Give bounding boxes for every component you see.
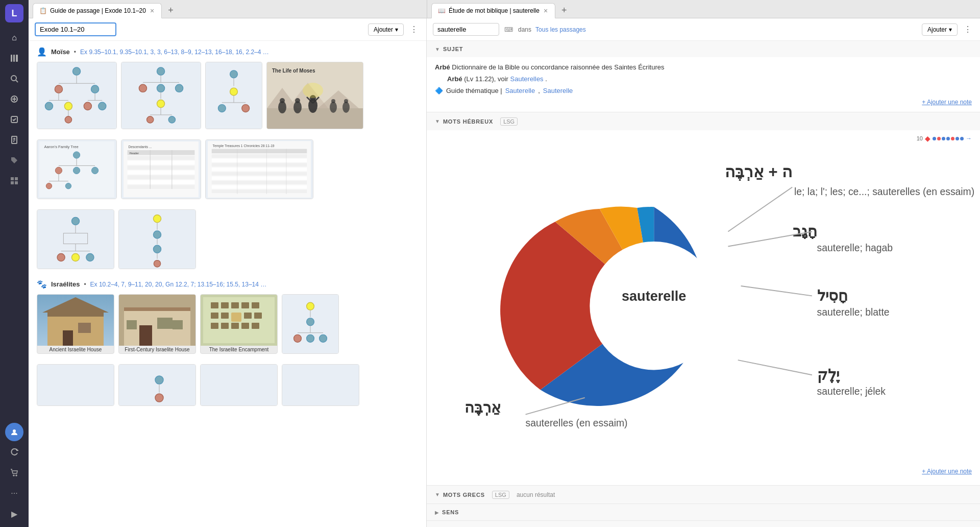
svg-text:חָסִיל: חָסִיל <box>817 288 848 304</box>
list-item[interactable]: Aaron's Family Tree <box>37 139 117 199</box>
logo-letter: L <box>12 8 17 19</box>
sujet-body: Arbé Dictionnaire de la Bible ou concord… <box>427 57 980 112</box>
list-item[interactable]: Ancient Israelite House <box>37 294 114 354</box>
sidebar-item-tag[interactable] <box>5 151 23 170</box>
section-moise: 👤 Moïse • Ex 9.35–10.1, 9.35–10.1, 3, 3,… <box>37 47 418 57</box>
word-search-input[interactable] <box>433 23 499 36</box>
hebreux-body: 10 ◆ → <box>427 130 980 485</box>
sidebar-item-grid[interactable] <box>5 172 23 190</box>
sidebar-item-add[interactable] <box>5 90 23 108</box>
passage-link[interactable]: Tous les passages <box>535 26 586 33</box>
list-item[interactable] <box>121 62 201 129</box>
more-options-left[interactable]: ⋮ <box>408 22 420 36</box>
svg-point-35 <box>84 102 91 110</box>
svg-line-194 <box>728 187 792 231</box>
hebreux-title: MOTS HÉBREUX <box>443 118 493 125</box>
list-item[interactable] <box>282 364 359 406</box>
svg-point-78 <box>303 83 323 98</box>
sidebar-item-sync[interactable] <box>5 443 23 462</box>
moise-image-grid-2: Aaron's Family Tree <box>37 139 418 199</box>
svg-point-18 <box>13 475 14 476</box>
svg-rect-109 <box>212 163 307 166</box>
extra-img-2 <box>119 365 195 405</box>
list-item[interactable]: Descendants ... Header <box>121 139 201 199</box>
svg-point-174 <box>320 334 327 342</box>
sidebar-item-document[interactable] <box>5 131 23 149</box>
family-tree-1 <box>37 62 116 129</box>
svg-text:sauterelle; blatte: sauterelle; blatte <box>817 306 890 318</box>
svg-rect-111 <box>212 172 307 176</box>
tab-word-close[interactable]: × <box>543 7 549 15</box>
sidebar-item-more[interactable]: ··· <box>5 484 23 502</box>
svg-rect-115 <box>212 189 307 193</box>
list-item[interactable] <box>37 62 117 129</box>
passage-search-input[interactable] <box>35 22 116 36</box>
extra-img-3 <box>201 365 277 405</box>
tab-guide-close[interactable]: × <box>149 7 155 15</box>
israelite-tree <box>282 295 338 353</box>
svg-rect-138 <box>47 313 104 317</box>
ajouter-button-left[interactable]: Ajouter ▾ <box>368 23 404 36</box>
add-note-hebreux[interactable]: + Ajouter une note <box>427 468 980 475</box>
section-expressions: ▶ EXPRESSIONS <box>427 521 980 527</box>
left-toolbar: Ajouter ▾ ⋮ <box>29 18 426 41</box>
list-item[interactable] <box>118 209 196 269</box>
sauterelles-link[interactable]: Sauterelles <box>510 75 544 83</box>
svg-point-173 <box>307 334 314 342</box>
list-item[interactable] <box>118 364 196 406</box>
moise-title: Moïse <box>51 48 70 56</box>
more-options-right[interactable]: ⋮ <box>962 22 974 36</box>
svg-point-59 <box>242 105 250 112</box>
section-sens-header[interactable]: ▶ SENS <box>427 504 980 520</box>
svg-point-47 <box>157 100 164 108</box>
sidebar-item-user[interactable] <box>5 423 23 441</box>
temple-treasures: Temple Treasures 1 Chronicles 28:11-19 <box>206 140 313 199</box>
svg-point-45 <box>175 84 183 92</box>
guide-entry: 🔷 Guide thématique | Sauterelle , Sauter… <box>435 87 972 94</box>
sidebar-item-search[interactable] <box>5 69 23 88</box>
svg-text:sauterelle; hagab: sauterelle; hagab <box>817 242 893 253</box>
tab-guide-passage[interactable]: 📋 Guide de passage | Exode 10.1–20 × <box>33 3 162 18</box>
left-scroll-area[interactable]: 👤 Moïse • Ex 9.35–10.1, 9.35–10.1, 3, 3,… <box>29 41 426 527</box>
tab-word-study[interactable]: 📖 Étude de mot biblique | sauterelle × <box>431 3 555 18</box>
right-scroll-area[interactable]: ▼ SUJET Arbé Dictionnaire de la Bible ou… <box>427 41 980 527</box>
svg-point-25 <box>55 85 62 93</box>
sidebar: L ⌂ ··· ▶ <box>0 0 29 527</box>
svg-text:Aaron's Family Tree: Aaron's Family Tree <box>44 145 78 149</box>
list-item[interactable] <box>37 209 114 269</box>
sidebar-item-check[interactable] <box>5 110 23 129</box>
section-hebreux-header[interactable]: ▼ MOTS HÉBREUX LSG <box>427 112 980 130</box>
add-note-sujet[interactable]: + Ajouter une note <box>435 99 972 106</box>
list-item[interactable]: The Life of Moses The Life of Moses <box>266 62 363 129</box>
list-item[interactable] <box>205 62 262 129</box>
list-item[interactable] <box>200 364 278 406</box>
svg-rect-153 <box>231 302 239 308</box>
svg-point-51 <box>168 116 175 123</box>
svg-point-31 <box>45 102 53 110</box>
list-item[interactable]: Temple Treasures 1 Chronicles 28:11-19 <box>205 139 313 199</box>
svg-rect-144 <box>124 307 190 311</box>
tab-add-right[interactable]: + <box>557 3 571 18</box>
sidebar-item-expand[interactable]: ▶ <box>5 505 23 523</box>
list-item[interactable]: First-Century Israelite House <box>118 294 196 354</box>
sidebar-item-cart[interactable] <box>5 464 23 482</box>
ajouter-button-right[interactable]: Ajouter ▾ <box>922 23 958 36</box>
list-item[interactable] <box>37 364 114 406</box>
hebreux-chevron: ▼ <box>435 118 440 124</box>
tab-add-left[interactable]: + <box>164 3 178 18</box>
svg-rect-137 <box>47 315 104 346</box>
svg-line-198 <box>526 398 585 415</box>
svg-point-3 <box>11 76 16 81</box>
section-grecs-header[interactable]: ▼ MOTS GRECS LSG aucun résultat <box>427 486 980 504</box>
guide-sauterelle-link2[interactable]: Sauterelle <box>543 87 573 94</box>
list-item[interactable] <box>282 294 339 354</box>
guide-sauterelle-link1[interactable]: Sauterelle <box>505 87 535 94</box>
svg-point-76 <box>342 102 350 113</box>
svg-text:Temple Treasures 1 Chronicles : Temple Treasures 1 Chronicles 28:11-19 <box>213 144 275 148</box>
section-sujet-header[interactable]: ▼ SUJET <box>427 41 980 57</box>
dans-label: dans <box>518 26 531 33</box>
section-expressions-header[interactable]: ▶ EXPRESSIONS <box>427 521 980 527</box>
sidebar-item-library[interactable] <box>5 49 23 67</box>
list-item[interactable]: The Israelite Encampment <box>200 294 278 354</box>
sidebar-item-home[interactable]: ⌂ <box>5 29 23 47</box>
